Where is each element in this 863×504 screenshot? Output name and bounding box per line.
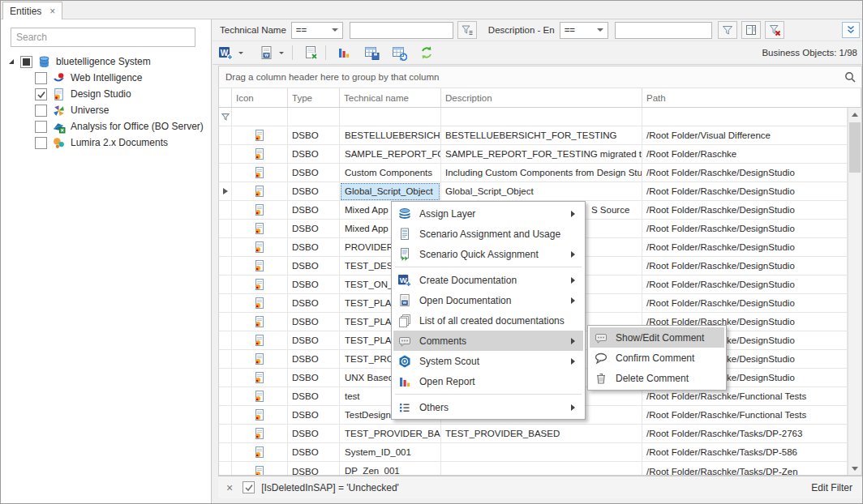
cell-path[interactable]: /Root Folder/Visual Difference <box>642 126 848 145</box>
cell-type[interactable]: DSBO <box>288 350 340 369</box>
filter-cell[interactable] <box>340 108 441 126</box>
cell-path[interactable]: /Root Folder/Raschke/DesignStudio <box>642 238 848 257</box>
cell-path[interactable]: /Root Folder/Raschke/DesignStudio <box>642 294 848 313</box>
submenu-item-delete-comment[interactable]: Delete Comment <box>590 368 724 388</box>
menu-item-others[interactable]: Others <box>393 397 583 417</box>
cell-path[interactable]: /Root Folder/Raschke/Functional Tests <box>642 406 848 425</box>
cell-path[interactable]: /Root Folder/Raschke/DesignStudio <box>642 275 848 294</box>
cell-path[interactable]: /Root Folder/Raschke <box>642 145 848 164</box>
cell-icon[interactable] <box>232 406 288 425</box>
menu-item-scenario-quick-assignment[interactable]: Scenario Quick Assignment <box>393 244 583 264</box>
cell-type[interactable]: DSBO <box>288 443 340 462</box>
cell-description[interactable]: TEST_PROVIDER_BASED <box>441 425 642 443</box>
filter-editor-button[interactable] <box>741 21 761 39</box>
header-technical-name[interactable]: Technical name <box>340 88 441 107</box>
cell-type[interactable]: DSBO <box>288 164 340 182</box>
export-excel-button[interactable] <box>301 43 320 62</box>
open-report-button[interactable] <box>334 43 354 62</box>
menu-item-create-documentation[interactable]: W Create Documentation <box>393 270 583 290</box>
cell-type[interactable]: DSBO <box>288 257 340 275</box>
expand-filter-panel-button[interactable] <box>842 22 860 38</box>
checkbox-web-intelligence[interactable] <box>35 72 47 84</box>
cell-icon[interactable] <box>232 201 288 220</box>
create-word-documentation-button[interactable]: W <box>216 43 235 62</box>
cell-icon[interactable] <box>232 275 288 294</box>
cell-description[interactable]: SAMPLE_REPORT_FOR_TESTING migrated to sa… <box>441 145 642 164</box>
cell-path[interactable]: /Root Folder/Raschke/Tasks/DP-2763 <box>642 425 848 443</box>
header-icon[interactable]: Icon <box>232 88 288 107</box>
cell-icon[interactable] <box>232 238 288 257</box>
remove-filter-icon[interactable]: × <box>226 481 233 494</box>
menu-item-list-documentations[interactable]: List of all created documentations <box>393 310 583 331</box>
checkbox-bluetelligence-system[interactable] <box>20 56 32 68</box>
tab-entities[interactable]: Entities × <box>2 2 62 19</box>
filter-active-checkbox[interactable] <box>243 481 255 493</box>
filter1-value-input[interactable] <box>350 22 453 39</box>
cell-technical-name[interactable]: Custom Components <box>340 164 441 182</box>
filter-cell[interactable] <box>642 108 848 126</box>
cell-technical-name[interactable]: DP_Zen_001 <box>340 462 441 475</box>
group-by-bar[interactable]: Drag a column header here to group by th… <box>219 66 861 88</box>
cell-path[interactable]: /Root Folder/Raschke/DesignStudio <box>642 220 848 238</box>
cell-path[interactable]: /Root Folder/Raschke/DesignStudio <box>642 164 848 182</box>
cell-icon[interactable] <box>232 313 288 331</box>
filter1-apply-button[interactable] <box>457 21 477 39</box>
cell-type[interactable]: DSBO <box>288 126 340 145</box>
table-row[interactable]: DSBO BESTELLUEBERSICHT... BESTELLUEBERSI… <box>219 126 848 145</box>
cell-icon[interactable] <box>232 387 288 406</box>
menu-item-open-documentation[interactable]: w Open Documentation <box>393 290 583 310</box>
menu-item-scenario-assignment[interactable]: Scenario Assignment and Usage <box>393 224 583 244</box>
scroll-up-button[interactable] <box>848 108 861 121</box>
menu-item-comments[interactable]: Comments <box>393 331 583 351</box>
cell-technical-name[interactable]: BESTELLUEBERSICHT... <box>340 126 441 145</box>
tree-item-analysis-for-office[interactable]: Analysis for Office (BO Server) <box>1 118 210 135</box>
cell-technical-name[interactable]: Global_Script_Object <box>340 182 441 201</box>
cell-icon[interactable] <box>232 443 288 462</box>
vertical-scrollbar[interactable] <box>848 108 861 475</box>
submenu-item-confirm-comment[interactable]: Confirm Comment <box>590 348 724 368</box>
cell-path[interactable]: /Root Folder/Raschke/DesignStudio <box>642 257 848 275</box>
cell-icon[interactable] <box>232 182 288 201</box>
header-path[interactable]: Path <box>642 88 861 107</box>
filter-cell[interactable] <box>232 108 288 126</box>
table-row[interactable]: DSBO TEST_PROVIDER_BA... TEST_PROVIDER_B… <box>219 425 848 443</box>
cell-icon[interactable] <box>232 257 288 275</box>
cell-icon[interactable] <box>232 350 288 369</box>
tree-item-design-studio[interactable]: Design Studio <box>1 86 210 102</box>
close-icon[interactable]: × <box>49 6 55 17</box>
word-documentation-dropdown[interactable] <box>235 43 247 62</box>
submenu-item-show-edit-comment[interactable]: Show/Edit Comment <box>590 327 724 348</box>
cell-type[interactable]: DSBO <box>288 294 340 313</box>
filter-cell[interactable] <box>288 108 340 126</box>
cell-icon[interactable] <box>232 294 288 313</box>
open-word-documentation-button[interactable]: w <box>256 43 276 62</box>
cell-description[interactable]: BESTELLUEBERSICHT_FOR_TESTING <box>441 126 642 145</box>
cell-icon[interactable] <box>232 164 288 182</box>
cell-path[interactable]: /Root Folder/Raschke/Tasks/DP-586 <box>642 443 848 462</box>
checkbox-universe[interactable] <box>35 105 47 117</box>
refresh-button[interactable] <box>417 43 436 62</box>
cell-path[interactable]: /Root Folder/Raschke/DesignStudio <box>642 182 848 201</box>
menu-item-open-report[interactable]: Open Report <box>393 371 583 391</box>
restore-grid-layout-button[interactable] <box>389 43 409 62</box>
cell-description[interactable] <box>441 462 642 475</box>
tree-item-web-intelligence[interactable]: Web Intelligence <box>1 70 210 86</box>
cell-path[interactable]: /Root Folder/Raschke/Tasks/DP-Zen <box>642 462 848 475</box>
table-row[interactable]: DSBO Global_Script_Object Global_Script_… <box>219 182 848 201</box>
scroll-down-button[interactable] <box>848 462 861 475</box>
cell-description[interactable] <box>441 443 642 462</box>
cell-icon[interactable] <box>232 220 288 238</box>
tree-expander-icon[interactable] <box>7 58 15 66</box>
checkbox-lumira-documents[interactable] <box>35 137 47 149</box>
menu-item-assign-layer[interactable]: Assign Layer <box>393 203 583 224</box>
cell-description[interactable]: Global_Script_Object <box>441 182 642 201</box>
checkbox-analysis-for-office[interactable] <box>35 121 47 133</box>
cell-description[interactable]: Including Custom Components from Design … <box>441 164 642 182</box>
cell-type[interactable]: DSBO <box>288 201 340 220</box>
apply-filter-button[interactable] <box>718 21 737 39</box>
cell-type[interactable]: DSBO <box>288 238 340 257</box>
save-grid-layout-button[interactable] <box>362 43 381 62</box>
filter1-operator-select[interactable]: == <box>291 22 343 39</box>
cell-icon[interactable] <box>232 331 288 350</box>
cell-technical-name[interactable]: TEST_PROVIDER_BA... <box>340 425 441 443</box>
